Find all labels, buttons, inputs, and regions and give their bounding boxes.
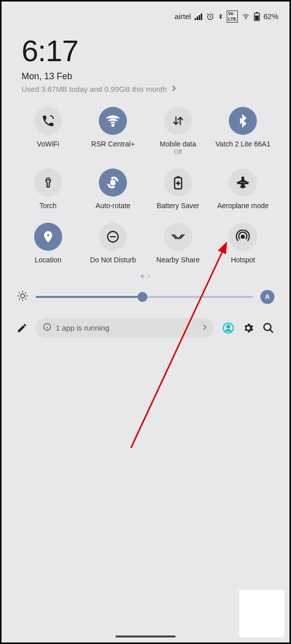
tile-auto-rotate[interactable]: Auto-rotate	[81, 169, 146, 210]
tile-aeroplane-mode[interactable]: Aeroplane mode	[211, 169, 276, 210]
usage-text: Used 3.67MB today and 0.99GB this month	[22, 85, 167, 93]
svg-point-14	[241, 235, 244, 238]
user-profile-button[interactable]	[222, 322, 234, 334]
brightness-row: A	[2, 278, 289, 304]
chevron-right-icon	[203, 324, 207, 332]
data-arrows-icon	[164, 107, 192, 135]
svg-rect-0	[195, 18, 196, 20]
svg-point-5	[245, 18, 246, 19]
page-dot	[147, 275, 150, 278]
tile-bluetooth[interactable]: Vatch 2 Lite 66A1	[211, 107, 276, 155]
location-icon	[34, 223, 62, 251]
page-dot-active	[141, 275, 144, 278]
torch-icon	[34, 169, 62, 197]
settings-button[interactable]	[242, 322, 254, 334]
auto-brightness-toggle[interactable]: A	[260, 290, 274, 304]
battery-percent: 62%	[263, 12, 278, 21]
brightness-icon	[17, 290, 29, 304]
brightness-slider[interactable]	[36, 296, 253, 298]
tile-torch[interactable]: Torch	[16, 169, 81, 210]
battery-icon	[254, 12, 260, 21]
tile-mobile-data[interactable]: Mobile data Off	[145, 107, 211, 155]
plane-icon	[229, 169, 257, 197]
info-icon	[43, 323, 52, 333]
dnd-icon	[99, 223, 127, 251]
tile-dnd[interactable]: Do Not Disturb	[81, 223, 146, 264]
data-usage-button[interactable]: Used 3.67MB today and 0.99GB this month	[22, 85, 269, 94]
tile-location[interactable]: Location	[16, 223, 81, 264]
clock: 6:17	[22, 34, 269, 68]
search-button[interactable]	[262, 322, 274, 334]
slider-thumb[interactable]	[137, 292, 148, 302]
date-label: Mon, 13 Feb	[22, 71, 269, 82]
tile-vowifi[interactable]: VoWiFi	[16, 107, 81, 155]
home-indicator	[115, 635, 176, 637]
running-text: 1 app is running	[56, 324, 109, 332]
status-bar: airtel Vo​LTE 62%	[2, 2, 289, 23]
hotspot-icon	[229, 223, 257, 251]
volte-icon: Vo​LTE	[227, 11, 238, 23]
battery-saver-icon	[164, 169, 192, 197]
carrier-label: airtel	[175, 12, 191, 21]
rotate-icon	[99, 169, 127, 197]
bluetooth-icon	[229, 107, 257, 135]
tile-nearby-share[interactable]: Nearby Share	[145, 223, 211, 264]
qs-header: 6:17 Mon, 13 Feb Used 3.67MB today and 0…	[2, 23, 289, 94]
wifi-icon	[99, 107, 127, 135]
svg-rect-1	[197, 17, 198, 20]
alarm-icon	[206, 13, 214, 21]
svg-rect-3	[201, 14, 202, 20]
edit-tiles-button[interactable]	[17, 323, 28, 334]
overlay-box	[239, 590, 284, 637]
tile-battery-saver[interactable]: Battery Saver	[145, 169, 211, 210]
qs-footer: 1 app is running	[2, 304, 289, 338]
svg-point-18	[227, 325, 230, 328]
bluetooth-status-icon	[218, 13, 223, 21]
svg-rect-8	[255, 16, 258, 21]
svg-point-15	[21, 294, 25, 298]
running-apps-button[interactable]: 1 app is running	[36, 318, 214, 338]
svg-rect-12	[177, 176, 180, 178]
call-icon	[34, 107, 62, 135]
quick-settings-grid: VoWiFi RSR Central+ Mobile data Off Vatc…	[2, 94, 289, 264]
tile-hotspot[interactable]: Hotspot	[211, 223, 276, 264]
tile-wifi[interactable]: RSR Central+	[81, 107, 146, 155]
chevron-right-icon	[172, 85, 177, 94]
nearby-share-icon	[164, 223, 192, 251]
slider-fill	[36, 296, 142, 298]
wifi-status-icon	[241, 13, 250, 20]
svg-point-19	[264, 324, 271, 331]
svg-rect-10	[111, 180, 115, 185]
svg-rect-7	[256, 12, 258, 13]
svg-point-9	[112, 124, 114, 126]
svg-rect-2	[199, 15, 200, 20]
signal-icon	[195, 13, 203, 20]
